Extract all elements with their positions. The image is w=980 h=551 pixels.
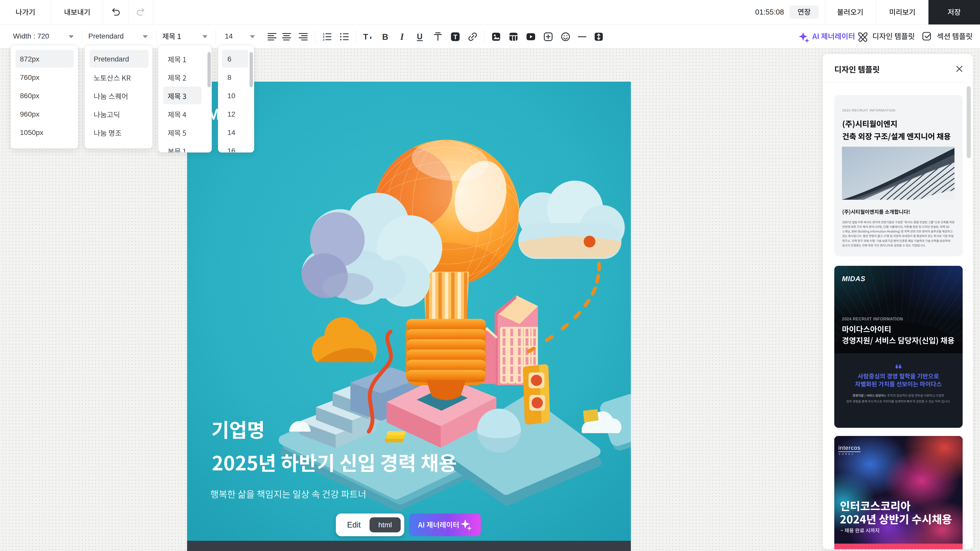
svg-text:B: B [382,32,388,41]
svg-text:1: 1 [323,32,325,35]
svg-text:3: 3 [323,38,325,41]
svg-text:T: T [453,33,458,41]
svg-text:2: 2 [323,35,325,38]
svg-text:U: U [417,32,422,41]
svg-text:T: T [363,32,368,41]
svg-text:I: I [400,32,404,41]
